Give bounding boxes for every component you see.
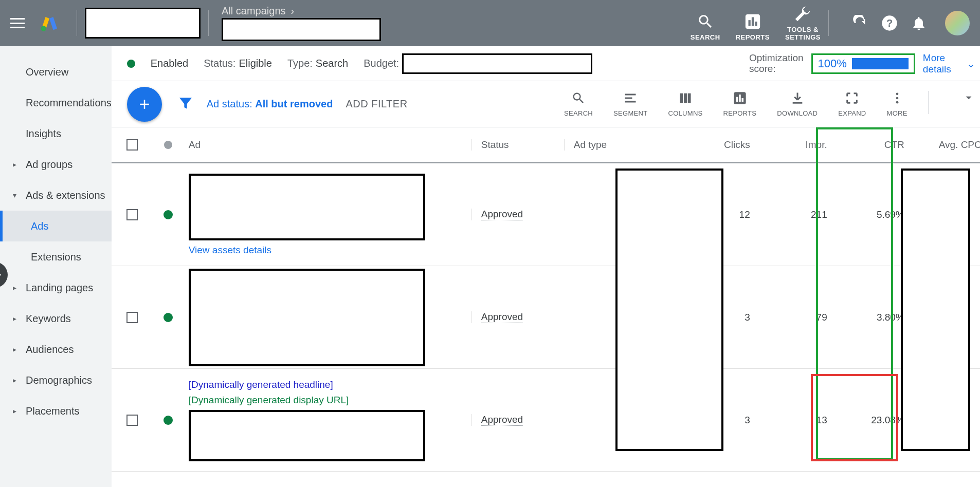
- table-row: [Dynamically generated headline][Dynamic…: [112, 369, 980, 472]
- col-cpc[interactable]: Avg. CPC: [914, 139, 980, 151]
- col-ctr[interactable]: CTR: [837, 139, 914, 151]
- top-bar: All campaigns › SEARCH REPORTS TOOLS & S…: [0, 0, 980, 46]
- status-value: Approved: [481, 414, 523, 426]
- type-value: Search: [316, 58, 348, 69]
- tool-segment[interactable]: SEGMENT: [613, 91, 647, 117]
- svg-rect-4: [755, 22, 757, 26]
- ad-preview-redacted: [189, 269, 425, 366]
- impr-value: 13: [759, 415, 837, 426]
- svg-rect-9: [688, 93, 691, 103]
- budget-redacted: [402, 53, 592, 74]
- row-checkbox[interactable]: [126, 415, 138, 426]
- sidebar-item-landing-pages[interactable]: Landing pages: [0, 272, 112, 303]
- label: SEARCH: [691, 33, 720, 41]
- status-dot[interactable]: [164, 313, 173, 322]
- add-filter-button[interactable]: ADD FILTER: [346, 98, 407, 110]
- topbar-search[interactable]: SEARCH: [691, 13, 720, 41]
- status-key: Status:: [204, 58, 235, 69]
- impr-value: 211: [759, 209, 837, 220]
- svg-rect-2: [748, 20, 750, 26]
- collapse-chart-icon[interactable]: [962, 91, 975, 106]
- type-key: Type:: [287, 58, 313, 69]
- tool-expand[interactable]: EXPAND: [838, 91, 866, 117]
- status-dot[interactable]: [164, 416, 173, 425]
- svg-point-16: [896, 101, 898, 104]
- svg-rect-12: [739, 95, 741, 102]
- svg-rect-13: [741, 98, 743, 102]
- label: TOOLS & SETTINGS: [785, 26, 821, 41]
- sidebar-item-recommendations[interactable]: Recommendations: [0, 87, 112, 118]
- status-value: Eligible: [239, 58, 271, 69]
- enabled-label[interactable]: Enabled: [151, 58, 188, 69]
- sidebar-item-placements[interactable]: Placements: [0, 396, 112, 426]
- tool-reports[interactable]: REPORTS: [723, 91, 757, 117]
- sidebar-item-audiences[interactable]: Audiences: [0, 334, 112, 365]
- impr-value: 79: [759, 312, 837, 323]
- sidebar-item-extensions[interactable]: Extensions: [0, 241, 112, 272]
- breadcrumb[interactable]: All campaigns ›: [222, 5, 381, 17]
- svg-point-15: [896, 97, 898, 100]
- divider: [928, 91, 929, 114]
- table-row: Approved3793.80%: [112, 266, 980, 369]
- menu-icon[interactable]: [10, 18, 25, 28]
- sidebar-item-ads-extensions[interactable]: Ads & extensions: [0, 180, 112, 211]
- budget-key: Budget:: [364, 58, 399, 69]
- status-dot-enabled: [127, 60, 135, 68]
- tool-more[interactable]: MORE: [887, 91, 908, 117]
- sidebar-item-overview[interactable]: Overview: [0, 57, 112, 87]
- tool-search[interactable]: SEARCH: [564, 91, 593, 117]
- notifications-icon[interactable]: [911, 15, 927, 31]
- avatar[interactable]: [945, 11, 970, 35]
- sidebar-item-demographics[interactable]: Demographics: [0, 365, 112, 396]
- filter-chip[interactable]: Ad status: All but removed: [207, 98, 333, 110]
- sidebar-item-ads[interactable]: Ads: [0, 211, 112, 241]
- divider: [208, 10, 209, 36]
- campaign-name-redacted: [222, 18, 381, 41]
- campaign-summary-bar: Enabled Status:Eligible Type:Search Budg…: [112, 46, 980, 81]
- col-clicks[interactable]: Clicks: [682, 139, 759, 151]
- dynamic-display-url: [Dynamically generated display URL]: [189, 395, 471, 406]
- svg-text:?: ?: [886, 17, 893, 29]
- wrench-icon: [794, 5, 811, 23]
- sidebar-item-insights[interactable]: Insights: [0, 118, 112, 149]
- account-name-redacted: [85, 8, 201, 39]
- col-ad[interactable]: Ad: [184, 139, 471, 151]
- col-status[interactable]: Status: [471, 139, 564, 151]
- svg-rect-8: [684, 93, 687, 103]
- col-adtype[interactable]: Ad type: [564, 139, 682, 151]
- tool-columns[interactable]: COLUMNS: [668, 91, 702, 117]
- row-checkbox[interactable]: [126, 209, 138, 220]
- select-all-checkbox[interactable]: [126, 139, 138, 151]
- table-header-row: Ad Status Ad type Clicks Impr. CTR Avg. …: [112, 127, 980, 163]
- sidebar-item-ad-groups[interactable]: Ad groups: [0, 149, 112, 180]
- table-row: View assets detailsApproved122115.69%: [112, 163, 980, 266]
- opt-score-box[interactable]: 100%: [811, 53, 915, 74]
- google-ads-logo[interactable]: [40, 14, 59, 32]
- opt-score-value: 100%: [818, 57, 847, 70]
- more-details-link[interactable]: More details: [923, 52, 951, 75]
- svg-rect-11: [736, 97, 738, 102]
- topbar-reports[interactable]: REPORTS: [736, 13, 770, 41]
- tool-download[interactable]: DOWNLOAD: [777, 91, 818, 117]
- sidebar-item-keywords[interactable]: Keywords: [0, 303, 112, 334]
- breadcrumb-label: All campaigns: [222, 5, 286, 17]
- refresh-icon[interactable]: [852, 15, 868, 31]
- chevron-down-icon[interactable]: ⌄: [967, 58, 975, 70]
- help-icon[interactable]: ?: [881, 15, 898, 31]
- status-dot[interactable]: [164, 210, 173, 219]
- sidebar: OverviewRecommendationsInsightsAd groups…: [0, 46, 112, 487]
- svg-point-14: [896, 93, 898, 96]
- row-checkbox[interactable]: [126, 312, 138, 323]
- svg-point-0: [41, 26, 47, 31]
- col-impr[interactable]: Impr.: [759, 139, 837, 151]
- divider: [77, 10, 77, 36]
- view-assets-link[interactable]: View assets details: [189, 245, 471, 256]
- opt-score-bar: [852, 58, 909, 69]
- add-button[interactable]: [127, 87, 162, 122]
- filter-icon[interactable]: [177, 95, 194, 114]
- opt-score-label: Optimization score:: [749, 53, 804, 74]
- status-dot-header[interactable]: [164, 141, 172, 149]
- avgcpc-column-redacted: [901, 168, 970, 451]
- topbar-tools-settings[interactable]: TOOLS & SETTINGS: [785, 5, 821, 41]
- dynamic-headline: [Dynamically generated headline]: [189, 379, 471, 390]
